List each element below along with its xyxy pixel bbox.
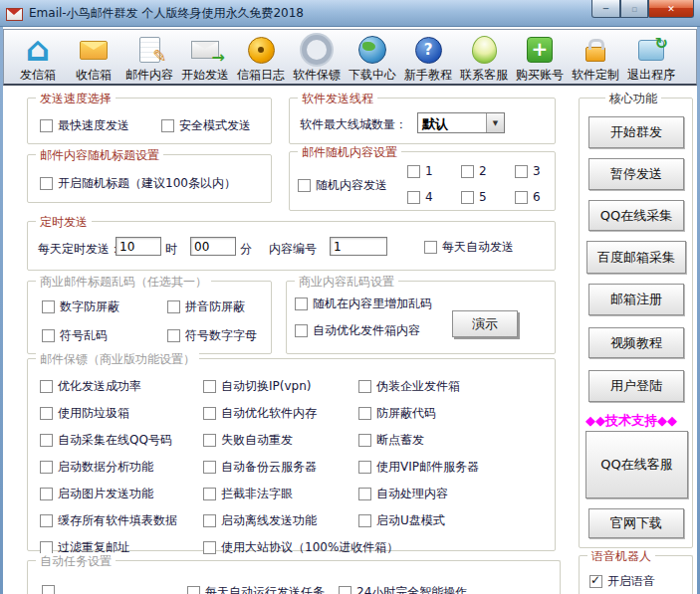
checkbox-digit-antiblock[interactable]: 数字防屏蔽 — [42, 299, 119, 313]
email-register-button[interactable]: 邮箱注册 — [588, 284, 684, 315]
checkbox-24h-smart-operation[interactable]: 24小时完全智能操作 — [339, 585, 467, 594]
checkbox-box — [40, 488, 53, 500]
tool-buy-account[interactable]: 购买账号 — [512, 31, 568, 84]
checkbox-auto-process-content[interactable]: 自动处理内容 — [358, 487, 479, 500]
checkbox-label: 随机内容发送 — [316, 178, 387, 192]
content-no-label: 内容编号 — [269, 241, 317, 258]
checkbox-content-5[interactable]: 5 — [461, 190, 515, 204]
send-mail-icon — [191, 41, 219, 59]
checkbox-anti-spam-box[interactable]: 使用防垃圾箱 — [40, 406, 177, 420]
checkbox-label: 过滤重复邮址 — [58, 540, 129, 554]
checkbox-box — [358, 514, 371, 527]
checkbox-symbol-digit-letter[interactable]: 符号数字字母 — [167, 328, 257, 342]
tool-software-guard[interactable]: 软件保镖 — [289, 31, 345, 84]
checkbox-box — [40, 177, 53, 190]
qq-service-button[interactable]: QQ在线客服 — [585, 431, 688, 498]
checkbox-box — [203, 488, 216, 500]
checkbox-label: 数字防屏蔽 — [60, 299, 119, 313]
checkbox-safe-mode[interactable]: 安全模式发送 — [161, 118, 251, 132]
checkbox-cache-form-data[interactable]: 缓存所有软件填表数据 — [40, 513, 177, 527]
tool-label: 收信箱 — [76, 67, 112, 84]
checkbox-label: 2 — [479, 164, 487, 178]
checkbox-enable-random-title[interactable]: 开启随机标题（建议100条以内） — [40, 176, 236, 190]
checkbox-symbol-scramble[interactable]: 符号乱码 — [42, 328, 108, 342]
checkbox-auto-optimize-outbox[interactable]: 自动优化发件箱内容 — [295, 323, 420, 337]
tool-outbox[interactable]: 发信箱 — [10, 31, 66, 84]
qq-online-collect-button[interactable]: QQ在线采集 — [588, 200, 684, 231]
compose-icon — [139, 37, 160, 63]
checkbox-optimize-success-rate[interactable]: 优化发送成功率 — [40, 379, 177, 393]
checkbox-antiblock-code[interactable]: 防屏蔽代码 — [358, 406, 479, 420]
checkbox-filter-duplicate-address[interactable]: 过滤重复邮址 — [40, 540, 177, 554]
group-title: 核心功能 — [605, 91, 661, 107]
checkbox-vip-mail-server[interactable]: 使用VIP邮件服务器 — [358, 460, 479, 474]
tool-contact-support[interactable]: 联系客服 — [456, 31, 512, 84]
checkbox-label: 使用大站协议（100%进收件箱） — [221, 540, 398, 554]
pause-send-button[interactable]: 暂停发送 — [588, 158, 684, 190]
group-auto-task: 自动任务设置 每天自动运行发送任务 24小时完全智能操作 — [27, 560, 561, 594]
tool-inbox[interactable]: 收信箱 — [66, 31, 121, 84]
tool-label: 退出程序 — [627, 67, 675, 84]
checkbox-label: 每天自动运行发送任务 — [205, 585, 325, 594]
checkbox-image-send[interactable]: 启动图片发送功能 — [40, 487, 177, 500]
checkbox-fastest-speed[interactable]: 最快速度发送 — [40, 118, 129, 132]
checkbox-box — [515, 165, 528, 178]
checkbox-daily-auto-send[interactable]: 每天自动发送 — [424, 240, 514, 254]
checkbox-data-analysis[interactable]: 启动数据分析功能 — [40, 460, 177, 474]
tool-label: 购买账号 — [516, 67, 564, 84]
checkbox-random-scramble-in-content[interactable]: 随机在内容里增加乱码 — [295, 297, 432, 310]
checkbox-fake-enterprise-sender[interactable]: 伪装企业发件箱 — [358, 379, 479, 393]
checkbox-random-content-send[interactable]: 随机内容发送 — [298, 178, 387, 192]
checkbox-box — [203, 461, 216, 474]
checkbox-box — [167, 329, 180, 342]
hour-input[interactable] — [116, 237, 161, 256]
checkbox-big-site-protocol[interactable]: 使用大站协议（100%进收件箱） — [203, 540, 398, 554]
tool-software-custom[interactable]: 软件定制 — [568, 31, 623, 84]
checkbox-label: 自动备份云服务器 — [221, 460, 317, 474]
checkbox-content-6[interactable]: 6 — [515, 190, 569, 204]
tool-exit[interactable]: 退出程序 — [623, 31, 679, 84]
chevron-down-icon[interactable]: ▼ — [486, 113, 504, 132]
checkbox-content-2[interactable]: 2 — [461, 164, 515, 178]
checkbox-box — [40, 434, 53, 447]
main-area: 发送速度选择 最快速度发送 安全模式发送 软件发送线程 软件最大线城数量： 默认… — [3, 86, 697, 594]
tool-start-send[interactable]: 开始发送 — [177, 31, 233, 84]
tool-download-center[interactable]: 下载中心 — [345, 31, 400, 84]
tool-beginner-tutorial[interactable]: 新手教程 — [400, 31, 456, 84]
user-login-button[interactable]: 用户登陆 — [588, 370, 684, 402]
exit-icon — [638, 40, 664, 61]
checkbox-content-3[interactable]: 3 — [515, 164, 569, 178]
checkbox-usb-mode[interactable]: 启动U盘模式 — [358, 513, 479, 527]
log-icon — [248, 37, 275, 64]
tool-label: 邮件内容 — [125, 67, 173, 84]
checkbox-label: 使用VIP邮件服务器 — [376, 460, 479, 474]
tool-mail-log[interactable]: 信箱日志 — [233, 31, 289, 84]
checkbox-collect-online-qq[interactable]: 自动采集在线QQ号码 — [40, 433, 177, 447]
close-icon: ✕ — [667, 4, 675, 14]
group-title-scramble: 商业邮件标题乱码（任选其一） 数字防屏蔽 拼音防屏蔽 符号乱码 符号数字字母 — [27, 281, 272, 354]
checkbox-pinyin-antiblock[interactable]: 拼音防屏蔽 — [167, 299, 245, 313]
group-send-speed: 发送速度选择 最快速度发送 安全模式发送 — [27, 98, 272, 144]
baidu-email-collect-button[interactable]: 百度邮箱采集 — [586, 241, 686, 274]
checkbox-breakpoint-resume[interactable]: 断点蓄发 — [358, 433, 479, 447]
close-button[interactable]: ✕ — [648, 0, 694, 18]
video-tutorial-button[interactable]: 视频教程 — [588, 327, 684, 358]
minute-input[interactable] — [190, 237, 236, 256]
checkbox-content-1[interactable]: 1 — [407, 164, 461, 178]
checkbox-label: 拼音防屏蔽 — [185, 299, 245, 313]
checkbox-auto-task-1[interactable] — [42, 585, 60, 594]
group-title: 软件发送线程 — [298, 91, 377, 107]
thread-count-select[interactable]: 默认 ▼ — [417, 112, 505, 133]
checkbox-content-4[interactable]: 4 — [407, 190, 461, 204]
demo-button[interactable]: 演示 — [452, 310, 518, 337]
minimize-button[interactable]: ─ — [591, 0, 620, 18]
start-mass-send-button[interactable]: 开始群发 — [588, 116, 684, 148]
content-no-input[interactable] — [330, 237, 387, 256]
official-download-button[interactable]: 官网下载 — [588, 508, 684, 538]
bodyguard-column-3: 伪装企业发件箱 防屏蔽代码 断点蓄发 使用VIP邮件服务器 自动处理内容 启动U… — [358, 379, 479, 527]
tool-mail-content[interactable]: 邮件内容 — [121, 31, 177, 84]
checkbox-label: 启动U盘模式 — [376, 513, 445, 527]
maximize-button[interactable]: ▫ — [620, 0, 648, 18]
checkbox-daily-auto-run[interactable]: 每天自动运行发送任务 — [187, 585, 325, 594]
checkbox-enable-voice[interactable]: 开启语音 — [589, 574, 655, 588]
